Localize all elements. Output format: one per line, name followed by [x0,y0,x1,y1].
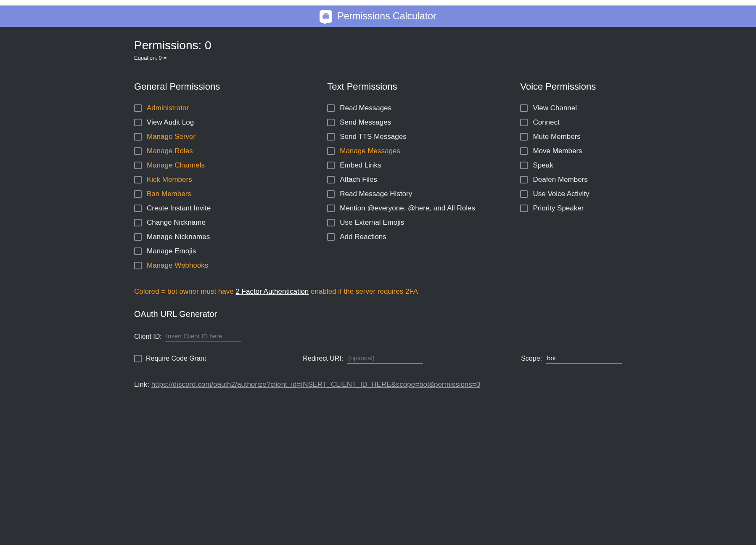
permission-label[interactable]: Mute Members [533,133,580,141]
permission-label[interactable]: Use External Emojis [340,218,404,227]
voice-list: View ChannelConnectMute MembersMove Memb… [520,104,622,213]
permission-label[interactable]: Embed Links [340,161,381,170]
discord-logo-icon [320,10,332,23]
permission-row: Speak [520,161,622,170]
permissions-value: 0 [205,39,211,52]
permission-label[interactable]: Read Message History [340,190,412,198]
permission-row: Priority Speaker [520,204,622,213]
permission-label[interactable]: Priority Speaker [533,204,584,213]
redirect-uri-group: Redirect URI: [303,354,423,364]
permission-checkbox[interactable] [327,205,335,212]
permission-checkbox[interactable] [134,190,142,198]
permission-checkbox[interactable] [134,233,142,241]
permission-label[interactable]: Manage Channels [147,161,205,170]
permission-row: Attach Files [327,175,512,184]
permission-checkbox[interactable] [134,104,142,112]
permission-row: Read Messages [327,104,512,112]
permission-checkbox[interactable] [520,104,528,112]
equation-line: Equation: 0 = [134,55,622,61]
two-factor-link[interactable]: 2 Factor Authentication [235,287,309,295]
permission-row: Send Messages [327,118,512,127]
permission-row: Use Voice Activity [520,190,622,198]
permission-row: Mute Members [520,133,622,141]
permission-checkbox[interactable] [134,162,142,169]
permission-checkbox[interactable] [520,205,528,212]
general-list: AdministratorView Audit LogManage Server… [134,104,319,270]
permission-label[interactable]: Manage Messages [340,147,400,155]
permission-checkbox[interactable] [134,219,142,226]
oauth-link[interactable]: https://discord.com/oauth2/authorize?cli… [151,380,481,388]
permission-row: Send TTS Messages [327,133,512,141]
permission-label[interactable]: Speak [533,161,553,170]
redirect-uri-input[interactable] [347,354,423,364]
voice-permissions-column: Voice Permissions View ChannelConnectMut… [520,81,622,276]
permission-checkbox[interactable] [520,176,528,183]
permission-label[interactable]: Deafen Members [533,175,587,184]
permissions-title-prefix: Permissions: [134,39,205,52]
link-label: Link: [134,380,151,388]
permission-checkbox[interactable] [134,262,142,269]
permission-checkbox[interactable] [134,247,142,255]
client-id-row: Client ID: [134,332,622,342]
permission-label[interactable]: View Channel [533,104,577,112]
app-header: Permissions Calculator [0,5,756,27]
permission-label[interactable]: Manage Roles [147,147,193,155]
require-code-grant-label[interactable]: Require Code Grant [146,355,206,362]
permission-label[interactable]: Kick Members [147,175,192,184]
permission-checkbox[interactable] [327,133,335,141]
permission-label[interactable]: Mention @everyone, @here, and All Roles [340,204,475,213]
permission-label[interactable]: Create Instant Invite [147,204,211,213]
scope-group: Scope: [521,354,622,364]
permission-label[interactable]: Connect [533,118,559,127]
permission-label[interactable]: Manage Webhooks [147,261,208,270]
permission-checkbox[interactable] [520,119,528,126]
permission-label[interactable]: Manage Emojis [147,247,196,255]
permission-checkbox[interactable] [327,176,335,183]
equation-value: 0 = [159,55,167,61]
permission-checkbox[interactable] [134,205,142,212]
permission-row: Add Reactions [327,233,512,241]
permission-label[interactable]: Read Messages [340,104,391,112]
permission-checkbox[interactable] [327,233,335,241]
oauth-link-row: Link: https://discord.com/oauth2/authori… [134,380,622,389]
client-id-input[interactable] [165,332,241,342]
permission-checkbox[interactable] [327,119,335,126]
permission-checkbox[interactable] [134,147,142,155]
permission-label[interactable]: Send Messages [340,118,391,127]
permission-label[interactable]: Manage Nicknames [147,233,210,241]
permissions-columns: General Permissions AdministratorView Au… [134,81,622,276]
require-code-grant-group: Require Code Grant [134,355,206,362]
permission-row: Change Nickname [134,218,319,227]
text-list: Read MessagesSend MessagesSend TTS Messa… [327,104,512,241]
scope-label: Scope: [521,355,542,362]
permission-checkbox[interactable] [327,162,335,169]
permission-row: Ban Members [134,190,319,198]
permission-label[interactable]: Add Reactions [340,233,386,241]
permission-checkbox[interactable] [520,190,528,198]
permission-label[interactable]: Send TTS Messages [340,133,406,141]
redirect-uri-label: Redirect URI: [303,355,343,362]
permission-checkbox[interactable] [134,119,142,126]
permission-label[interactable]: View Audit Log [147,118,194,127]
permission-checkbox[interactable] [327,190,335,198]
permission-checkbox[interactable] [327,104,335,112]
permission-checkbox[interactable] [327,147,335,155]
permission-checkbox[interactable] [520,133,528,141]
require-code-grant-checkbox[interactable] [134,355,142,362]
permission-label[interactable]: Manage Server [147,133,196,141]
permission-checkbox[interactable] [134,133,142,141]
scope-input[interactable] [546,354,622,364]
permission-checkbox[interactable] [520,147,528,155]
permission-label[interactable]: Move Members [533,147,582,155]
client-id-label: Client ID: [134,333,162,340]
permission-label[interactable]: Ban Members [147,190,191,198]
permission-label[interactable]: Administrator [147,104,189,112]
permission-label[interactable]: Change Nickname [147,218,206,227]
permission-checkbox[interactable] [134,176,142,183]
permission-checkbox[interactable] [520,162,528,169]
permission-label[interactable]: Attach Files [340,175,377,184]
permission-row: Use External Emojis [327,218,512,227]
permission-checkbox[interactable] [327,219,335,226]
permission-label[interactable]: Use Voice Activity [533,190,589,198]
voice-heading: Voice Permissions [520,81,622,92]
